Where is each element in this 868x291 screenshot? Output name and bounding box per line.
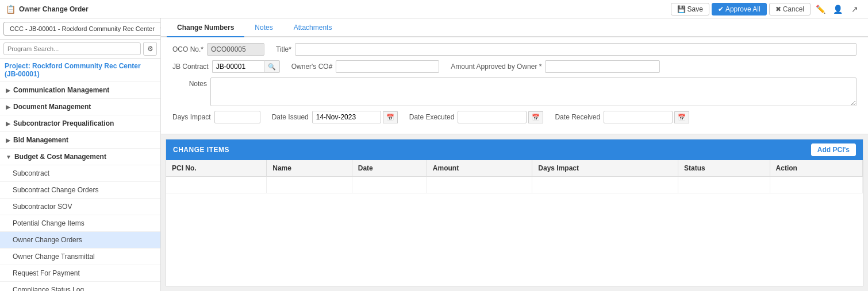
oco-no-field: OCO No.* (172, 43, 264, 56)
form-row-1: OCO No.* Title* (172, 43, 857, 56)
form-area: OCO No.* Title* JB Contract 🔍 (161, 37, 868, 134)
header-actions: 💾 Save ✔ Approve All ✖ Cancel ✏️ 👤 ↗ (671, 2, 862, 17)
title-field: Title* (276, 43, 857, 56)
cancel-button[interactable]: ✖ Cancel (769, 3, 811, 15)
gear-button[interactable]: ⚙ (143, 42, 157, 56)
tab-change-numbers[interactable]: Change Numbers (167, 18, 244, 37)
project-label: Project: Rockford Community Rec Center (… (0, 59, 160, 82)
page-title: 📋 Owner Change Order (6, 5, 89, 14)
sidebar-item-request-for-payment[interactable]: Request For Payment (0, 265, 160, 282)
date-executed-calendar-button[interactable]: 📅 (528, 111, 543, 123)
save-icon: 💾 (677, 5, 686, 13)
cancel-icon: ✖ (775, 5, 781, 13)
sidebar-item-owner-change-orders[interactable]: Owner Change Orders (0, 232, 160, 249)
date-issued-field: Date Issued 📅 (272, 111, 398, 123)
sidebar-item-potential-change-items[interactable]: Potential Change Items (0, 215, 160, 232)
owners-co-label: Owner's CO# (291, 63, 333, 71)
oco-no-label: OCO No.* (172, 45, 203, 53)
jb-contract-search-button[interactable]: 🔍 (264, 60, 280, 73)
amount-approved-field: Amount Approved by Owner * (451, 60, 857, 73)
date-issued-group: 📅 (312, 111, 398, 123)
date-received-calendar-button[interactable]: 📅 (674, 111, 689, 123)
oco-no-input[interactable] (207, 43, 264, 56)
date-executed-label: Date Executed (409, 113, 455, 121)
title-label: Title* (276, 45, 291, 53)
form-row-2: JB Contract 🔍 Owner's CO# Amount Approve… (172, 60, 857, 73)
arrow-icon: ▶ (6, 121, 10, 127)
col-action: Action (770, 160, 862, 177)
amount-approved-input[interactable] (545, 60, 660, 73)
sidebar-item-budget-cost-management[interactable]: ▼ Budget & Cost Management (0, 149, 160, 165)
date-issued-calendar-button[interactable]: 📅 (383, 111, 398, 123)
sidebar-item-subcontractor-sov[interactable]: Subcontractor SOV (0, 199, 160, 215)
empty-row (166, 177, 863, 193)
notes-label: Notes (172, 77, 207, 88)
arrow-icon: ▼ (6, 154, 11, 160)
amount-approved-label: Amount Approved by Owner * (451, 63, 541, 71)
search-input[interactable] (3, 42, 141, 55)
sidebar-project-selector: CCC - JB-00001 - Rockford Community Rec … (0, 18, 160, 40)
change-items-section: CHANGE ITEMS Add PCI's PCI No. Name Date… (166, 139, 863, 286)
date-received-label: Date Received (555, 113, 600, 121)
title-icon: 📋 (6, 5, 16, 14)
nav-section: ▶ Communication Management ▶ Document Ma… (0, 82, 160, 291)
user-icon-button[interactable]: 👤 (830, 2, 845, 17)
sidebar-item-document-management[interactable]: ▶ Document Management (0, 99, 160, 115)
col-status: Status (678, 160, 770, 177)
external-link-icon-button[interactable]: ↗ (847, 2, 862, 17)
sidebar-item-communication-management[interactable]: ▶ Communication Management (0, 82, 160, 99)
change-items-header: CHANGE ITEMS Add PCI's (166, 139, 863, 160)
top-header: 📋 Owner Change Order 💾 Save ✔ Approve Al… (0, 0, 868, 18)
date-issued-input[interactable] (312, 111, 381, 123)
title-text: Owner Change Order (19, 5, 89, 13)
col-amount: Amount (427, 160, 532, 177)
date-received-field: Date Received 📅 (555, 111, 689, 123)
project-select[interactable]: CCC - JB-00001 - Rockford Community Rec … (3, 22, 161, 36)
days-impact-field: Days Impact (172, 111, 260, 123)
main-layout: CCC - JB-00001 - Rockford Community Rec … (0, 18, 868, 291)
date-issued-label: Date Issued (272, 113, 309, 121)
date-executed-group: 📅 (458, 111, 543, 123)
sidebar-item-subcontract-change-orders[interactable]: Subcontract Change Orders (0, 182, 160, 199)
add-pcis-button[interactable]: Add PCI's (811, 143, 856, 156)
sidebar-item-subcontract[interactable]: Subcontract (0, 165, 160, 182)
date-received-input[interactable] (604, 111, 673, 123)
tab-attachments[interactable]: Attachments (283, 18, 343, 37)
form-row-4: Days Impact Date Issued 📅 Date Executed … (172, 111, 857, 123)
sidebar-item-compliance-status-log[interactable]: Compliance Status Log (0, 282, 160, 291)
arrow-icon: ▶ (6, 104, 10, 110)
arrow-icon: ▶ (6, 137, 10, 143)
jb-contract-field: JB Contract 🔍 (172, 60, 280, 73)
approve-all-button[interactable]: ✔ Approve All (712, 3, 767, 15)
title-input[interactable] (295, 43, 857, 56)
sidebar-item-subcontractor-prequalification[interactable]: ▶ Subcontractor Prequalification (0, 115, 160, 132)
owners-co-input[interactable] (336, 60, 439, 73)
days-impact-input[interactable] (214, 111, 260, 123)
approve-icon: ✔ (718, 5, 724, 13)
edit-icon-button[interactable]: ✏️ (813, 2, 828, 17)
content-area: Change Numbers Notes Attachments OCO No.… (161, 18, 868, 291)
change-items-title: CHANGE ITEMS (173, 146, 229, 154)
change-items-table-container: PCI No. Name Date Amount Days Impact Sta… (166, 160, 863, 193)
col-name: Name (267, 160, 352, 177)
change-items-tbody (166, 177, 863, 193)
save-button[interactable]: 💾 Save (671, 3, 709, 15)
jb-contract-input[interactable] (212, 60, 264, 73)
col-pci-no: PCI No. (166, 160, 267, 177)
jb-contract-label: JB Contract (172, 63, 209, 71)
sidebar: CCC - JB-00001 - Rockford Community Rec … (0, 18, 161, 291)
sidebar-item-bid-management[interactable]: ▶ Bid Management (0, 132, 160, 149)
tab-notes[interactable]: Notes (244, 18, 283, 37)
owners-co-field: Owner's CO# (291, 60, 440, 73)
search-row: ⚙ (0, 40, 160, 59)
table-header-row: PCI No. Name Date Amount Days Impact Sta… (166, 160, 863, 177)
date-received-group: 📅 (604, 111, 689, 123)
sidebar-item-owner-change-transmittal[interactable]: Owner Change Transmittal (0, 249, 160, 265)
jb-contract-input-group: 🔍 (212, 60, 280, 73)
date-executed-field: Date Executed 📅 (409, 111, 544, 123)
date-executed-input[interactable] (458, 111, 527, 123)
notes-row: Notes (172, 77, 857, 106)
notes-textarea[interactable] (210, 77, 857, 106)
change-items-table: PCI No. Name Date Amount Days Impact Sta… (166, 160, 863, 193)
arrow-icon: ▶ (6, 87, 10, 94)
